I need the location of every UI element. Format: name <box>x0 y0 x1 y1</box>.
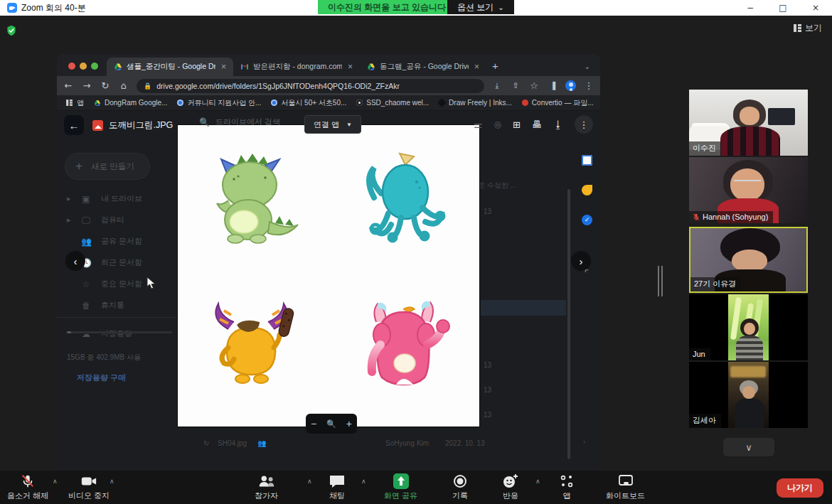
reload-icon[interactable]: ↻ <box>100 80 111 91</box>
monster-yellow-ogre <box>200 298 306 404</box>
list-date-fragment: 13 <box>484 386 491 394</box>
tab-search-chevron-icon[interactable]: ⌄ <box>585 63 590 70</box>
sidebar-item-computers[interactable]: ▶🖵컴퓨터 <box>67 215 181 225</box>
browser-tab-3[interactable]: 동그램_공유 - Google Drive × <box>360 58 486 76</box>
chevron-right-icon: › <box>580 255 583 267</box>
sidepanel-icon[interactable]: ▐ <box>547 82 558 90</box>
keep-icon[interactable] <box>582 185 592 195</box>
tasks-icon[interactable]: ✓ <box>582 215 592 225</box>
tune-icon[interactable]: ⚌ <box>474 119 483 130</box>
preview-more-icon[interactable]: ⋮ <box>575 115 593 134</box>
maximize-button[interactable]: □ <box>767 0 799 16</box>
sidebar-item-starred[interactable]: ☆중요 문서함 <box>67 279 181 289</box>
mic-options-caret[interactable]: ∧ <box>53 478 58 485</box>
whiteboard-button[interactable]: 화이트보드 <box>606 473 645 501</box>
share-label: 화면 공유 <box>384 490 417 501</box>
close-button[interactable]: × <box>799 0 832 16</box>
view-options-button[interactable]: 옵션 보기 ⌄ <box>447 0 514 14</box>
bookmark-item[interactable]: Draw Freely | Inks... <box>439 99 512 107</box>
drive-search[interactable]: 🔍 드라이브에서 검색 <box>199 117 280 127</box>
bookmark-item[interactable]: 서울시 50+ 서초50... <box>271 98 346 108</box>
participant-tile-5[interactable]: 김세아 <box>689 362 808 428</box>
bookmark-item[interactable]: DongRam Google... <box>94 99 167 107</box>
mac-close-dot[interactable] <box>68 63 75 70</box>
drive-new-button[interactable]: + 새로 만들기 <box>65 154 149 179</box>
open-with-label: 연결 앱 <box>314 119 339 130</box>
sidebar-label: 컴퓨터 <box>101 215 124 225</box>
browser-tab-2[interactable]: 받은편지함 - dongram.communit × <box>233 58 360 76</box>
participants-caret[interactable]: ∧ <box>307 478 312 485</box>
record-button[interactable]: 기록 <box>452 473 468 501</box>
minimize-button[interactable]: − <box>734 0 767 16</box>
bookmark-label: 앱 <box>77 98 84 108</box>
bookmark-item[interactable]: Convertio — 파일... <box>522 98 594 108</box>
preview-back-button[interactable]: ← <box>64 115 84 135</box>
back-icon[interactable]: ← <box>63 80 74 91</box>
panel-resize-handle[interactable] <box>658 266 663 296</box>
participant-tile-4[interactable]: Jun <box>689 294 808 360</box>
plus-icon: + <box>75 159 82 173</box>
profile-avatar[interactable] <box>565 80 576 91</box>
google-drive-favicon <box>367 63 375 71</box>
video-options-caret[interactable]: ∧ <box>110 478 114 485</box>
unmute-button[interactable]: 음소거 해제 <box>7 473 48 501</box>
scroll-participants-button[interactable]: ∨ <box>723 438 774 456</box>
mac-traffic-lights[interactable] <box>68 63 98 70</box>
zoom-out-icon[interactable]: − <box>311 418 316 429</box>
browser-tab-1[interactable]: 샘플_중간미팅 - Google Drive × <box>107 58 233 76</box>
tab-close-icon[interactable]: × <box>346 62 354 72</box>
share-screen-button[interactable]: 화면 공유 <box>384 473 417 501</box>
security-shield-icon[interactable] <box>6 25 17 36</box>
bookmark-star-icon[interactable]: ☆ <box>528 80 540 91</box>
download-icon[interactable]: ⭳ <box>553 119 563 130</box>
add-to-drive-icon[interactable]: ⊞ <box>513 119 521 130</box>
forward-icon[interactable]: → <box>81 80 92 91</box>
participant-tile-3-active-speaker[interactable]: 27기 이유경 <box>689 227 808 293</box>
bookmark-item[interactable]: SSD_chaome wel... <box>356 99 429 107</box>
share-icon[interactable]: ⇧ <box>510 81 521 90</box>
drive-preview-area: ← 도깨비그림.JPG 🔍 드라이브에서 검색 연결 앱 ▼ ⚌ ◎ ⊞ 🖶 ⭳ <box>57 111 600 469</box>
preview-next-button[interactable]: › <box>571 251 591 271</box>
home-icon[interactable]: ⌂ <box>118 80 129 91</box>
storage-progress-bar <box>67 331 172 333</box>
chat-button[interactable]: 채팅 <box>329 473 346 501</box>
browser-menu-icon[interactable]: ⋮ <box>583 80 594 91</box>
open-with-button[interactable]: 연결 앱 ▼ <box>304 115 361 134</box>
participant-tile-1[interactable]: 이수진 <box>689 90 808 156</box>
offline-check-icon[interactable]: ◎ <box>494 119 501 129</box>
print-icon[interactable]: 🖶 <box>532 119 542 130</box>
zoom-in-icon[interactable]: + <box>346 418 352 429</box>
site-icon <box>271 100 277 106</box>
participant-tile-2[interactable]: Hannah (Sohyung) <box>689 157 808 223</box>
install-icon[interactable]: ⤓ <box>491 81 503 90</box>
preview-prev-button[interactable]: ‹ <box>65 251 85 271</box>
sidebar-storage[interactable]: ☁저장용량 <box>67 328 181 339</box>
list-scrollbar[interactable] <box>567 189 570 459</box>
participants-button[interactable]: 참가자 <box>255 473 278 501</box>
stop-video-button[interactable]: 비디오 중지 <box>68 473 110 501</box>
calendar-icon[interactable] <box>582 155 592 166</box>
new-tab-button[interactable]: + <box>492 60 498 72</box>
tab-close-icon[interactable]: × <box>473 62 481 72</box>
tab-close-icon[interactable]: × <box>220 62 228 72</box>
leave-meeting-button[interactable]: 나가기 <box>777 478 823 498</box>
sidebar-item-shared[interactable]: 👥공유 문서함 <box>67 236 181 247</box>
bookmark-item[interactable]: 커뮤니티 지원사업 안... <box>177 98 261 108</box>
mouse-cursor <box>146 277 156 289</box>
reactions-caret[interactable]: ∧ <box>535 478 540 485</box>
address-bar[interactable]: 🔒 drive.google.com/drive/folders/1SgJp6J… <box>137 79 484 93</box>
sidebar-item-trash[interactable]: 🗑휴지통 <box>67 300 181 311</box>
buy-storage-button[interactable]: 저장용량 구매 <box>77 372 191 383</box>
gallery-view-button[interactable]: 보기 <box>794 22 822 34</box>
magnifier-icon[interactable]: 🔍 <box>326 419 336 429</box>
reactions-button[interactable]: 반응 <box>502 473 519 501</box>
list-header-fragment: 로 수정한 ... <box>478 181 516 191</box>
mac-minimize-dot[interactable] <box>80 63 87 70</box>
participant-name-badge: Jun <box>689 348 710 360</box>
list-date-fragment: 13 <box>484 208 491 215</box>
bookmark-apps[interactable]: 앱 <box>65 98 84 108</box>
chat-caret[interactable]: ∧ <box>361 478 366 485</box>
sidebar-item-my-drive[interactable]: ▶▣내 드라이브 <box>67 193 181 204</box>
mac-zoom-dot[interactable] <box>91 63 98 70</box>
apps-button[interactable]: 앱 <box>559 473 575 501</box>
